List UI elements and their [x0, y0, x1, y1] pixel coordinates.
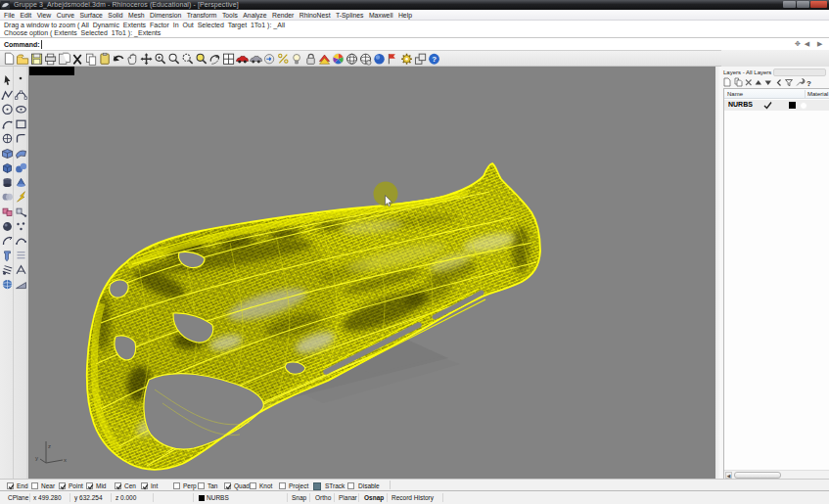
svg-text:?: ? — [806, 79, 811, 88]
svg-text:?: ? — [432, 55, 437, 64]
svg-text:z: z — [48, 443, 51, 449]
svg-text:x: x — [64, 457, 67, 463]
svg-text:y: y — [35, 455, 38, 461]
